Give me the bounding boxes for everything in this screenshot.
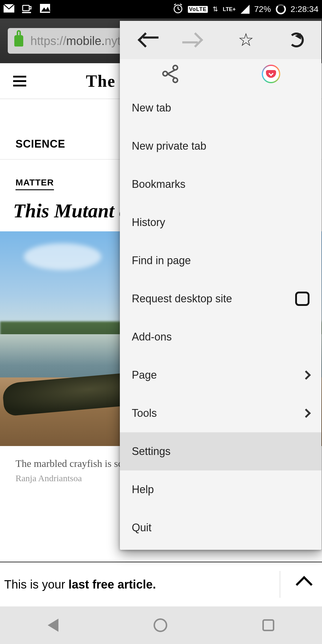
lock-icon [14,35,23,47]
chevron-up-icon[interactable] [296,576,313,593]
share-icon [162,66,178,82]
coffee-icon [22,4,32,15]
svg-line-8 [174,4,176,5]
clock-label: 2:28:34 [291,4,318,14]
browser-overflow-menu: ☆ New tab New private tab Bookmarks Hist… [120,21,321,550]
menu-item-addons[interactable]: Add-ons [120,318,321,356]
menu-item-settings[interactable]: Settings [120,432,321,470]
chevron-right-icon [301,408,311,418]
paywall-bar[interactable]: This is your last free article. [0,562,322,606]
nav-home-icon[interactable] [154,618,167,632]
url-text: https://mobile.nyt [30,34,120,48]
menu-item-history[interactable]: History [120,203,321,242]
nav-back-icon[interactable] [48,619,58,632]
android-nav-bar [0,606,322,644]
signal-icon [241,5,250,14]
svg-line-7 [178,9,180,10]
mail-icon [4,4,14,15]
paywall-text: This is your last free article. [4,578,156,591]
menu-bookmark-button[interactable]: ☆ [221,31,271,49]
arrow-right-icon [188,32,203,48]
loading-ring-icon [276,4,286,14]
lte-label: LTE+ [223,6,236,13]
menu-item-request-desktop[interactable]: Request desktop site [120,280,321,318]
battery-label: 72% [254,4,271,14]
android-status-bar: VoLTE ⇅ LTE+ 72% 2:28:34 [0,0,322,18]
menu-forward-button [170,35,221,45]
chevron-right-icon [301,370,311,380]
volte-badge: VoLTE [188,6,208,13]
menu-item-quit[interactable]: Quit [120,509,321,547]
nav-recent-icon[interactable] [262,619,274,631]
pocket-icon [262,65,280,83]
menu-pocket-button[interactable] [221,65,321,83]
menu-item-find-in-page[interactable]: Find in page [120,242,321,280]
menu-reload-button[interactable] [271,32,321,47]
hamburger-icon[interactable] [13,76,26,86]
menu-item-new-private-tab[interactable]: New private tab [120,127,321,165]
data-arrows-icon: ⇅ [213,5,218,13]
image-icon [40,4,50,15]
checkbox-icon[interactable] [295,292,309,306]
menu-item-page[interactable]: Page [120,356,321,394]
menu-back-button[interactable] [120,35,170,45]
menu-item-help[interactable]: Help [120,470,321,509]
article-kicker[interactable]: MATTER [16,177,54,190]
alarm-icon [173,3,183,16]
menu-item-tools[interactable]: Tools [120,394,321,432]
menu-item-new-tab[interactable]: New tab [120,89,321,127]
star-icon: ☆ [238,31,254,49]
svg-line-9 [180,4,182,5]
arrow-left-icon [137,32,153,48]
menu-item-bookmarks[interactable]: Bookmarks [120,165,321,203]
reload-icon [289,32,304,47]
svg-rect-1 [23,5,29,11]
svg-rect-2 [22,12,31,13]
menu-share-button[interactable] [120,66,221,82]
